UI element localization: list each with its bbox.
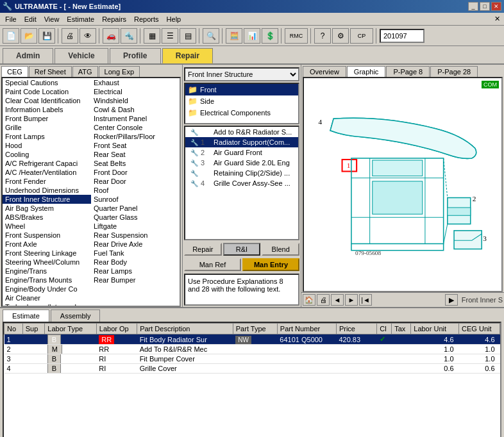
cat-item[interactable]: A/C /Heater/Ventilation [3,168,91,177]
calc2-button[interactable]: 📊 [244,28,260,44]
cat-item[interactable]: Air Bag System [3,204,91,213]
preview-button[interactable]: 👁 [80,28,96,44]
subtab-atg[interactable]: ATG [72,66,98,77]
cat-item[interactable]: Steering Wheel/Column [3,258,91,267]
tab-graphic[interactable]: Graphic [347,66,386,77]
cat-item[interactable]: Air Cleaner [3,293,91,302]
cat-item[interactable]: Front Suspension [3,231,91,240]
zoom-button[interactable]: 🔍 [203,28,219,44]
cat-item[interactable]: Rear Body [91,258,180,267]
cat-item[interactable]: ABS/Brakes [3,213,91,222]
man-entry-button[interactable]: Man Entry [242,258,299,271]
part-item[interactable]: 🔧Add to R&R Radiator S... [185,127,298,137]
menu-reports[interactable]: Reports [130,14,163,24]
cat-item[interactable]: Sunroof [91,195,180,204]
cat-item[interactable]: Rear Seat [91,150,180,159]
part-item[interactable]: 🔧2Air Guard Front [185,147,298,158]
cat-item[interactable]: Engine/Trans [3,267,91,276]
cat-item[interactable]: Rear Lamps [91,267,180,276]
tab-repair[interactable]: Repair [162,48,213,63]
repair-button[interactable]: Repair [184,243,222,256]
tree-item[interactable]: 📁Front [185,84,298,95]
cat-item[interactable]: Turbocharger/Intercool [3,302,91,306]
vehicle-button[interactable]: 🚗 [103,28,119,44]
cat-item[interactable]: Front Bumper [3,114,91,123]
graphic-right-button[interactable]: ▶ [445,294,458,306]
cat-item[interactable]: Quarter Glass [91,213,180,222]
cat-item[interactable]: Rocker/Pillars/Floor [91,132,180,141]
cat-item[interactable]: Cowl & Dash [91,105,180,114]
cat-item[interactable]: Instrument Panel [91,114,180,123]
new-button[interactable]: 📄 [3,28,19,44]
graphic-prev-button[interactable]: ◄ [331,294,344,306]
print-button[interactable]: 🖨 [62,28,78,44]
cat-item[interactable]: Fuel Tank [91,249,180,258]
cat-item[interactable]: Front Lamps [3,132,91,141]
cat-item[interactable]: Paint Code Location [3,87,91,96]
cat-item[interactable]: A/C Refrigerant Capaci [3,159,91,168]
graphic-end-button[interactable]: |◄ [359,294,372,306]
subtab-ceg[interactable]: CEG [1,66,28,77]
cat-item[interactable]: Grille [3,123,91,132]
open-button[interactable]: 📂 [21,28,37,44]
list-button[interactable]: ☰ [162,28,178,44]
subtab-longexp[interactable]: Long Exp [99,66,140,77]
cat-item[interactable]: Engine/Body Under Co [3,284,91,293]
cat-item[interactable]: Information Labels [3,105,91,114]
menu-edit[interactable]: Edit [21,14,40,24]
subtab-refsheet[interactable]: Ref Sheet [29,66,72,77]
cat-item[interactable]: Front Fender [3,177,91,186]
cat-item[interactable]: Front Inner Structure [3,195,91,204]
estimate-number-input[interactable] [380,29,424,43]
calc-button[interactable]: 🧮 [226,28,242,44]
man-ref-button[interactable]: Man Ref [184,258,241,271]
rmc-button[interactable]: RMC [285,28,308,44]
menu-view[interactable]: View [40,14,63,24]
cat-item[interactable]: Special Cautions [3,78,91,87]
save-button[interactable]: 💾 [38,28,55,44]
cat-item[interactable]: Exhaust [91,78,180,87]
part-item[interactable]: 🔧3Air Guard Side 2.0L Eng [185,158,298,168]
menu-estimate[interactable]: Estimate [63,14,98,24]
tab-ppage28[interactable]: P-Page 28 [430,66,478,77]
tab-ppage8[interactable]: P-Page 8 [386,66,430,77]
cat-item[interactable]: Rear Drive Axle [91,240,180,249]
table-row[interactable]: 4 B RI Grille Cover 0.6 0.6 [4,364,500,374]
cat-item[interactable]: Engine/Trans Mounts [3,276,91,284]
part-item[interactable]: 🔧Retaining Clip(2/Side) ... [185,168,298,178]
cat-item[interactable]: Clear Coat Identification [3,96,91,105]
tab-assembly[interactable]: Assembly [51,309,101,322]
table-button[interactable]: ▤ [180,28,196,44]
cat-item[interactable]: Front Seat [91,141,180,150]
cat-item[interactable]: Center Console [91,123,180,132]
graphic-home-button[interactable]: 🏠 [303,294,315,306]
table-row[interactable]: 2 M RR Add To R&I/R&R Mec 1.0 1.0 [4,345,500,354]
cat-item[interactable]: Hood [3,141,91,150]
part-item[interactable]: 🔧1Radiator Support(Com... [185,137,298,147]
cat-item[interactable]: Electrical [91,87,180,96]
tab-overview[interactable]: Overview [303,66,346,77]
tab-admin[interactable]: Admin [3,48,53,63]
grid-button[interactable]: ▦ [144,28,160,44]
maximize-button[interactable]: □ [480,2,490,11]
table-row[interactable]: 3 B RI Fit Bumper Cover 1.0 1.0 [4,354,500,364]
table-row[interactable]: 1 B RR Fit Body Radiator Sur NW 64101 Q5… [4,334,500,345]
menu-repairs[interactable]: Repairs [98,14,130,24]
cat-item[interactable]: Rear Bumper [91,276,180,284]
graphic-print-button[interactable]: 🖨 [317,294,330,306]
cat-item[interactable]: Front Axle [3,240,91,249]
menu-file[interactable]: File [1,14,21,24]
cat-item[interactable]: Seat Belts [91,159,180,168]
minimize-button[interactable]: _ [468,2,478,11]
cat-item[interactable]: Liftgate [91,222,180,231]
cat-item[interactable]: Wheel [3,222,91,231]
cat-item[interactable]: Front Steering Linkage [3,249,91,258]
parts-button[interactable]: 🔩 [121,28,137,44]
help-button[interactable]: ? [314,28,331,44]
close-button[interactable]: ✕ [491,2,501,11]
cat-item[interactable]: Rear Door [91,177,180,186]
menubar-close[interactable]: ✕ [494,15,503,23]
section-dropdown[interactable]: Front Inner Structure [184,67,299,81]
cat-item[interactable]: Underhood Dimensions [3,186,91,195]
tab-profile[interactable]: Profile [110,48,161,63]
